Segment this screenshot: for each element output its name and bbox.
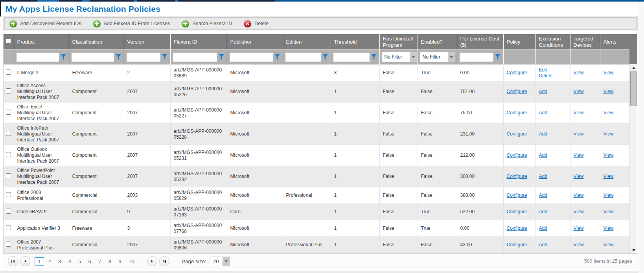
scroll-down-button[interactable] [630, 247, 637, 253]
exclusion-add-link[interactable]: Add [539, 89, 547, 95]
filter-funnel-icon[interactable] [372, 54, 377, 60]
targeted-devices-view-link[interactable]: View [574, 192, 584, 198]
alerts-view-link[interactable]: View [604, 209, 614, 214]
filter-input-publisher[interactable] [230, 53, 273, 62]
chevron-down-icon[interactable] [410, 52, 417, 62]
row-checkbox[interactable] [6, 209, 11, 214]
filter-funnel-icon[interactable] [323, 54, 328, 60]
alerts-view-link[interactable]: View [604, 89, 614, 94]
alerts-view-link[interactable]: View [604, 131, 614, 137]
row-checkbox[interactable] [6, 70, 11, 75]
page-number-4[interactable]: 4 [66, 257, 74, 266]
policy-configure-link[interactable]: Configure [507, 110, 527, 115]
filter-funnel-icon[interactable] [116, 54, 121, 60]
page-number-7[interactable]: 7 [96, 257, 104, 266]
exclusion-add-link[interactable]: Add [539, 110, 547, 116]
column-header-targeted-devices[interactable]: Targeted Devices [570, 34, 600, 50]
page-number-5[interactable]: 5 [75, 257, 84, 266]
exclusion-add-link[interactable]: Add [539, 242, 547, 248]
chevron-down-icon[interactable] [448, 52, 455, 62]
row-checkbox[interactable] [6, 88, 11, 93]
filter-input-per-license-cost[interactable] [460, 53, 493, 62]
row-checkbox[interactable] [6, 131, 11, 136]
alerts-view-link[interactable]: View [604, 192, 614, 198]
exclusion-add-link[interactable]: Add [539, 225, 547, 231]
filter-input-threshold[interactable] [333, 53, 370, 62]
row-checkbox[interactable] [6, 192, 11, 197]
first-page-button[interactable] [8, 256, 18, 266]
page-number-8[interactable]: 8 [106, 257, 114, 266]
scrollbar-thumb[interactable] [630, 71, 637, 106]
targeted-devices-view-link[interactable]: View [574, 225, 584, 231]
column-header-per-license-cost[interactable]: Per License Cost ($) [457, 34, 503, 50]
vertical-scrollbar[interactable] [629, 34, 637, 253]
policy-configure-link[interactable]: Configure [507, 70, 527, 75]
filter-input-edition[interactable] [285, 53, 321, 62]
page-size-select[interactable]: 20 [210, 257, 230, 266]
exclusion-add-link[interactable]: Add [539, 209, 547, 215]
policy-configure-link[interactable]: Configure [507, 242, 527, 247]
alerts-view-link[interactable]: View [604, 225, 614, 231]
prev-page-button[interactable] [20, 256, 30, 266]
filter-funnel-icon[interactable] [275, 54, 280, 60]
column-header-product[interactable]: Product [14, 34, 69, 50]
policy-configure-link[interactable]: Configure [507, 225, 527, 231]
targeted-devices-view-link[interactable]: View [574, 70, 584, 75]
alerts-view-link[interactable]: View [604, 110, 614, 115]
page-number-3[interactable]: 3 [55, 257, 64, 266]
filter-input-classification[interactable] [72, 53, 114, 62]
column-header-has-uninstall-program[interactable]: Has Uninstall Program [379, 34, 418, 50]
exclusion-add-link[interactable]: Add [539, 152, 547, 158]
policy-configure-link[interactable]: Configure [507, 152, 527, 158]
column-header-edition[interactable]: Edition [283, 34, 331, 50]
alerts-view-link[interactable]: View [604, 152, 614, 158]
filter-select-has-uninstall-program[interactable]: No Filter [382, 52, 417, 62]
targeted-devices-view-link[interactable]: View [574, 131, 584, 137]
alerts-view-link[interactable]: View [604, 70, 614, 75]
page-number-9[interactable]: 9 [116, 257, 124, 266]
filter-select-enabled[interactable]: No Filter [420, 52, 455, 62]
column-header-alerts[interactable]: Alerts [600, 34, 630, 50]
add-discovered-flexera-ids-button[interactable]: Add Discovered Flexera IDs [9, 20, 81, 27]
filter-input-version[interactable] [127, 53, 160, 62]
last-page-button[interactable] [159, 256, 169, 266]
exclusion-add-link[interactable]: Add [539, 131, 547, 137]
search-flexera-id-button[interactable]: Search Flexera ID [182, 20, 232, 27]
policy-configure-link[interactable]: Configure [507, 209, 527, 214]
alerts-view-link[interactable]: View [604, 174, 614, 179]
policy-configure-link[interactable]: Configure [507, 131, 527, 137]
scroll-up-button[interactable] [630, 64, 637, 71]
filter-funnel-icon[interactable] [61, 54, 66, 60]
row-checkbox[interactable] [6, 173, 11, 178]
add-flexera-id-from-licenses-button[interactable]: Add Flexera ID From Licenses [93, 20, 170, 27]
filter-funnel-icon[interactable] [219, 54, 224, 60]
exclusion-add-link[interactable]: Add [539, 174, 547, 180]
next-page-button[interactable] [147, 256, 157, 266]
row-checkbox[interactable] [6, 152, 11, 157]
filter-funnel-icon[interactable] [495, 54, 501, 60]
select-all-checkbox[interactable] [6, 38, 11, 44]
page-number-1[interactable]: 1 [35, 257, 44, 266]
alerts-view-link[interactable]: View [604, 242, 614, 247]
targeted-devices-view-link[interactable]: View [574, 174, 584, 179]
delete-button[interactable]: Delete [244, 20, 269, 27]
targeted-devices-view-link[interactable]: View [574, 209, 584, 214]
column-header-publisher[interactable]: Publisher [227, 34, 283, 50]
chevron-down-icon[interactable] [223, 257, 230, 266]
targeted-devices-view-link[interactable]: View [574, 152, 584, 158]
page-number-2[interactable]: 2 [46, 257, 54, 266]
row-checkbox[interactable] [6, 110, 11, 115]
column-header-enabled[interactable]: Enabled? [418, 34, 457, 50]
row-checkbox[interactable] [6, 242, 11, 247]
targeted-devices-view-link[interactable]: View [574, 242, 584, 247]
column-header-threshold[interactable]: Threshold [331, 34, 379, 50]
filter-input-flexera-id[interactable] [173, 53, 217, 62]
filter-input-product[interactable] [17, 53, 59, 62]
page-number-10[interactable]: 10 [126, 257, 137, 266]
column-header-policy[interactable]: Policy [503, 34, 535, 50]
scrollbar-track[interactable] [629, 64, 637, 253]
column-header-exclusion-conditions[interactable]: Exclusion Conditions [535, 34, 570, 50]
targeted-devices-view-link[interactable]: View [574, 89, 584, 94]
column-header-flexera-id[interactable]: Flexera ID [170, 34, 227, 50]
policy-configure-link[interactable]: Configure [507, 174, 527, 179]
